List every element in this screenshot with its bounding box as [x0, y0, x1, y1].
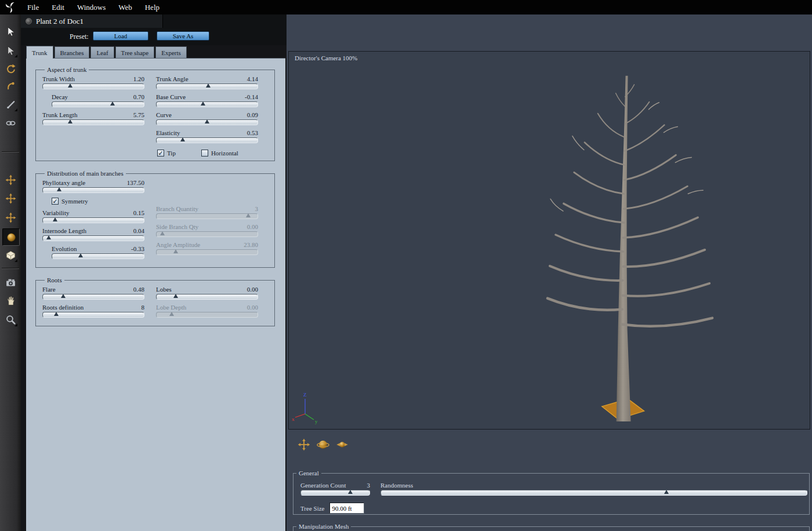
link-tool[interactable] — [2, 115, 19, 131]
menu-help[interactable]: Help — [139, 3, 166, 12]
slider-lobe-depth: Lobe Depth0.00 — [156, 304, 258, 318]
slider-flare: Flare0.48 — [42, 286, 144, 300]
slider-track[interactable] — [42, 312, 144, 318]
reference-plane-tool[interactable] — [2, 247, 19, 263]
direct-select-tool[interactable] — [2, 42, 19, 59]
slider-thumb[interactable] — [664, 490, 669, 494]
slider-thumb[interactable] — [110, 101, 115, 106]
group-general: General Generation Count3 Randomness Tre… — [293, 470, 810, 515]
slider-decay: Decay0.70 — [52, 93, 144, 107]
slider-track[interactable] — [156, 213, 258, 219]
slider-track[interactable] — [52, 101, 144, 107]
document-title-tab: Plant 2 of Doc1 — [21, 14, 163, 28]
slider-thumb[interactable] — [169, 312, 174, 316]
slider-thumb[interactable] — [173, 294, 178, 298]
camera-pan-tool[interactable] — [296, 436, 311, 453]
slider-value: 0.15 — [133, 209, 144, 216]
slider-value: 0.00 — [247, 223, 258, 230]
camera-orbit-tool[interactable] — [335, 436, 350, 453]
move-axis-tool[interactable] — [2, 209, 19, 226]
slider-thumb[interactable] — [57, 187, 61, 191]
slider-track[interactable] — [156, 83, 258, 89]
pan-tool[interactable] — [2, 292, 19, 308]
slider-track[interactable] — [42, 187, 144, 193]
menu-windows[interactable]: Windows — [71, 3, 112, 12]
slider-value: -0.33 — [131, 245, 144, 252]
universal-manipulator-tool[interactable] — [2, 228, 20, 246]
select-tool[interactable] — [2, 23, 19, 39]
slider-track[interactable] — [156, 137, 258, 143]
menu-web[interactable]: Web — [112, 3, 139, 12]
bend-tool[interactable] — [2, 78, 19, 94]
tab-trunk[interactable]: Trunk — [26, 46, 53, 59]
slider-variability: Variability0.15 — [42, 209, 144, 223]
menu-file[interactable]: File — [21, 3, 45, 12]
tab-tree-shape[interactable]: Tree shape — [115, 46, 155, 58]
camera-trackball-tool[interactable] — [316, 436, 331, 453]
checkbox-label: Symmetry — [61, 198, 88, 205]
zoom-tool[interactable] — [2, 311, 19, 328]
slider-thumb[interactable] — [61, 294, 66, 298]
slider-thumb[interactable] — [68, 119, 72, 123]
tab-branches[interactable]: Branches — [55, 46, 90, 58]
slider-thumb[interactable] — [53, 217, 57, 221]
slider-thumb[interactable] — [246, 213, 251, 217]
checkbox-tip[interactable]: ✓Tip — [157, 150, 176, 157]
move-tool[interactable] — [2, 172, 19, 188]
slider-thumb[interactable] — [46, 235, 51, 239]
preset-save-as-button[interactable]: Save As — [157, 31, 209, 41]
rotate-view-tool[interactable] — [2, 60, 19, 77]
slider-track[interactable] — [42, 83, 144, 89]
slider-thumb[interactable] — [68, 83, 72, 88]
group-manipulation-mesh: Manipulation Mesh — [293, 523, 810, 531]
checkbox-row: ✓TipHorizontal — [157, 150, 258, 157]
slider-label: Randomness — [380, 482, 413, 489]
slider-thumb[interactable] — [173, 249, 178, 253]
slider-label: Side Branch Qty — [156, 223, 198, 230]
slider-thumb[interactable] — [206, 83, 211, 88]
checkbox-box[interactable]: ✓ — [157, 150, 164, 157]
slider-track[interactable] — [42, 119, 144, 125]
slider-track[interactable] — [156, 231, 258, 237]
camera-tool[interactable] — [2, 274, 19, 290]
slider-track[interactable] — [42, 294, 144, 300]
menu-edit[interactable]: Edit — [45, 3, 71, 12]
group-title: Roots — [45, 277, 64, 283]
slider-thumb[interactable] — [78, 253, 83, 257]
slider-track[interactable] — [156, 294, 258, 300]
checkbox-box[interactable]: ✓ — [52, 198, 59, 205]
axis-z-label: Z — [303, 392, 307, 398]
slider-track[interactable] — [156, 119, 258, 125]
slider-thumb[interactable] — [348, 490, 353, 494]
slider-value: 0.09 — [247, 111, 258, 118]
slider-track[interactable] — [42, 217, 144, 223]
slider-track[interactable] — [300, 490, 370, 496]
slider-track[interactable] — [156, 101, 258, 107]
checkbox-box[interactable] — [201, 150, 208, 157]
viewport-3d[interactable]: Director's Camera 100% — [288, 51, 810, 430]
slider-thumb[interactable] — [54, 312, 59, 316]
slider-track[interactable] — [156, 249, 258, 255]
group-title: General — [296, 470, 321, 477]
tab-leaf[interactable]: Leaf — [90, 46, 114, 58]
slider-track[interactable] — [52, 253, 144, 259]
slider-track[interactable] — [42, 235, 144, 241]
preset-load-button[interactable]: Load — [93, 31, 148, 41]
slider-thumb[interactable] — [180, 137, 185, 141]
slider-thumb[interactable] — [201, 101, 205, 106]
slider-track[interactable] — [156, 312, 258, 318]
axis-gizmo: Z x y — [291, 391, 320, 425]
move-plane-tool[interactable] — [2, 190, 19, 206]
draw-line-tool[interactable] — [2, 96, 19, 112]
slider-thumb[interactable] — [205, 119, 209, 123]
checkbox-symmetry[interactable]: ✓Symmetry — [52, 198, 144, 205]
menubar: FileEditWindowsWebHelp — [0, 0, 812, 14]
tree-model[interactable] — [289, 52, 810, 429]
slider-thumb[interactable] — [160, 231, 165, 235]
tab-experts[interactable]: Experts — [155, 46, 187, 58]
checkbox-horizontal[interactable]: Horizontal — [201, 150, 238, 157]
slider-evolution: Evolution-0.33 — [52, 245, 144, 259]
tree-size-input[interactable] — [329, 503, 364, 514]
slider-track[interactable] — [380, 490, 807, 496]
axis-y-label: y — [315, 419, 318, 424]
